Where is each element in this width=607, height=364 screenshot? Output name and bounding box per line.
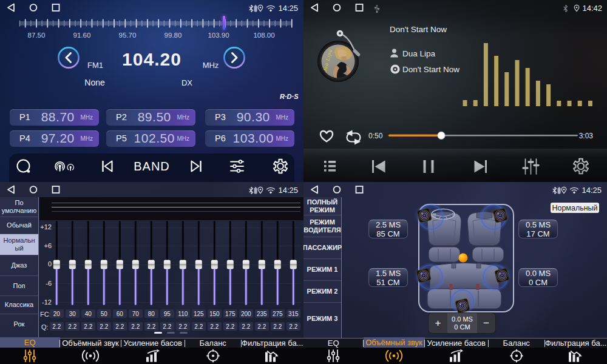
svg-text:14:25: 14:25 (582, 186, 602, 195)
svg-text:14:25: 14:25 (278, 4, 298, 13)
svg-text:14:42: 14:42 (582, 4, 602, 13)
svg-text:0:50: 0:50 (368, 132, 383, 140)
svg-text:3:03: 3:03 (579, 132, 594, 140)
svg-text:BAND: BAND (134, 160, 170, 173)
svg-text:14:25: 14:25 (278, 186, 298, 195)
